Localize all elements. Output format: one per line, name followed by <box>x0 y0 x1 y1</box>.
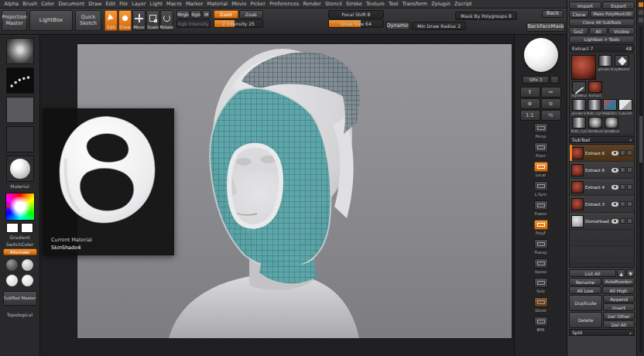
mask-by-polygroups-slider[interactable]: Mask By Polygroups 8 <box>455 12 517 20</box>
menu-item[interactable]: Alpha <box>2 1 21 7</box>
tool-pick[interactable]: Cylinder3D <box>598 55 613 80</box>
rename-button[interactable]: Rename <box>569 278 601 286</box>
active-tool-thumbnail[interactable] <box>571 55 596 80</box>
subtool-item[interactable]: DemoHead_1 <box>570 213 634 230</box>
min-draw-radius-slider[interactable]: Min Draw Radius 2 <box>412 22 466 30</box>
aa-half-icon[interactable]: ½ <box>541 110 561 121</box>
goz-visible-button[interactable]: Visible <box>608 27 635 35</box>
menu-item[interactable]: Macro <box>164 1 183 7</box>
color-picker[interactable] <box>5 193 35 221</box>
split-section-header[interactable]: Split ▸ <box>569 329 635 336</box>
quick-sketch-button[interactable]: Quick Sketch <box>75 10 101 31</box>
scrollbar-track[interactable] <box>639 26 642 353</box>
secondary-color-swatch[interactable] <box>21 223 33 233</box>
panel-dock-button-2[interactable] <box>639 18 643 22</box>
draw-size-slider[interactable]: Draw Size 64 <box>328 19 384 28</box>
back-button[interactable]: Back <box>542 10 564 18</box>
mode-button[interactable]: Rotate <box>160 10 173 31</box>
polypaint-icon[interactable] <box>620 167 625 173</box>
goz-button[interactable]: GoZ <box>569 27 588 35</box>
menu-item[interactable]: Light <box>148 1 164 7</box>
dynamic-button[interactable]: Dynamic <box>386 22 409 30</box>
shelf-button[interactable]: Floor <box>534 142 548 162</box>
eye-icon[interactable] <box>611 219 618 224</box>
shelf-button[interactable]: Transp <box>534 239 548 258</box>
delete-button[interactable]: Delete <box>569 312 602 328</box>
menu-item[interactable]: Document <box>57 1 87 7</box>
shelf-button[interactable]: Persp <box>534 123 548 142</box>
eye-icon[interactable] <box>611 202 618 207</box>
eye-icon[interactable] <box>611 151 618 156</box>
all-high-button[interactable]: All High <box>602 286 635 294</box>
insert-button[interactable]: Insert <box>603 303 635 311</box>
append-button[interactable]: Append <box>603 295 635 303</box>
spix-slider[interactable]: SPix 3 <box>522 76 549 84</box>
make-polymesh3d-button[interactable]: Make PolyMesh3D <box>590 10 635 18</box>
zsub-button[interactable]: Zsub <box>239 10 264 19</box>
actual-size-icon[interactable]: 1:1 <box>520 110 540 121</box>
menu-item[interactable]: Zplugin <box>430 1 453 7</box>
polypaint-icon[interactable] <box>620 150 625 156</box>
menu-item[interactable]: Material <box>205 1 230 7</box>
shelf-button[interactable]: L.Sym <box>534 181 548 200</box>
menu-item[interactable]: Stroke <box>344 1 364 7</box>
polypaint-icon[interactable] <box>620 184 625 190</box>
panel-dock-button-1[interactable] <box>639 10 643 15</box>
menu-item[interactable]: Stencil <box>323 1 344 7</box>
eye-icon[interactable] <box>611 168 618 173</box>
eye-icon[interactable] <box>611 185 618 190</box>
tool-pick[interactable]: SimpleBrush <box>571 81 587 98</box>
current-material-sphere[interactable] <box>524 38 558 72</box>
texture-thumbnail[interactable] <box>6 126 34 152</box>
switchcolor-button[interactable]: SwitchColor <box>6 241 34 247</box>
alpha-thumbnail[interactable] <box>6 97 34 123</box>
lightbox-tools-button[interactable]: Lightbox > Tools <box>569 36 635 43</box>
subtool-item[interactable]: Extract 8 <box>570 145 634 162</box>
pan-vertical-icon[interactable]: ↕ <box>520 87 540 98</box>
extract-thickness-slider[interactable]: Extract 7 48 <box>569 44 635 52</box>
tool-pick[interactable]: PM3D_Cylin <box>587 99 601 115</box>
sculpt-icon[interactable] <box>627 201 632 207</box>
m-button[interactable]: M <box>202 10 211 19</box>
menu-item[interactable]: Draw <box>87 1 104 7</box>
rgb-button[interactable]: Rgb <box>190 10 201 19</box>
zoom-in-icon[interactable]: ⊕ <box>520 98 540 109</box>
menu-item[interactable]: Render <box>301 1 323 7</box>
mode-button[interactable]: Edit <box>104 10 118 31</box>
subtool-section-header[interactable]: SubTool ▾ <box>569 136 635 143</box>
shelf-button[interactable]: Ghost <box>534 297 548 317</box>
scrollbar-thumb[interactable] <box>639 116 642 163</box>
del-all-button[interactable]: Del All <box>603 320 635 328</box>
menu-item[interactable]: Movie <box>230 1 248 7</box>
stroke-thumbnail[interactable] <box>6 67 34 94</box>
matcap-dark-sphere[interactable] <box>6 259 18 271</box>
import-button[interactable]: Import <box>569 2 601 9</box>
tool-pick[interactable]: Cylinder3D <box>571 99 586 115</box>
projection-master-button[interactable]: Projection Master <box>2 10 27 31</box>
zadd-button[interactable]: Zadd <box>214 10 238 19</box>
tool-pick[interactable]: Cube3D <box>618 99 632 115</box>
subtool-item[interactable]: Extract 4 <box>570 179 634 196</box>
clone-all-subtools-button[interactable]: Clone All SubTools <box>569 19 635 26</box>
subtool-item[interactable] <box>570 247 634 264</box>
tool-pick[interactable]: MRGBZGrab <box>602 99 617 115</box>
menu-item[interactable]: Edit <box>104 1 118 7</box>
focal-shift-slider[interactable]: Focal Shift 8 <box>328 10 384 19</box>
shelf-button[interactable]: Frame <box>534 200 548 220</box>
clone-button[interactable]: Clone <box>569 10 589 18</box>
sculpt-icon[interactable] <box>627 218 632 224</box>
z-intensity-slider[interactable]: Z Intensity 25 <box>214 19 263 28</box>
lightbox-button[interactable]: LightBox <box>29 10 73 31</box>
shelf-button[interactable]: Xpose <box>534 258 548 278</box>
pan-horizontal-icon[interactable]: ↔ <box>541 87 561 98</box>
subtool-master-button[interactable]: SubTool Master <box>3 291 37 306</box>
matcap-light-sphere[interactable] <box>22 259 33 271</box>
subtool-item[interactable]: Extract 6 <box>570 162 634 179</box>
shelf-button[interactable]: Local <box>534 162 548 181</box>
menu-item[interactable]: Layer <box>130 1 148 7</box>
menu-item[interactable]: Transform <box>400 1 430 7</box>
matcap-white-sphere-1[interactable] <box>6 275 18 286</box>
del-other-button[interactable]: Del Other <box>603 312 635 320</box>
shelf-button[interactable]: PolyF <box>534 220 548 239</box>
topological-label[interactable]: Topological <box>7 312 33 317</box>
